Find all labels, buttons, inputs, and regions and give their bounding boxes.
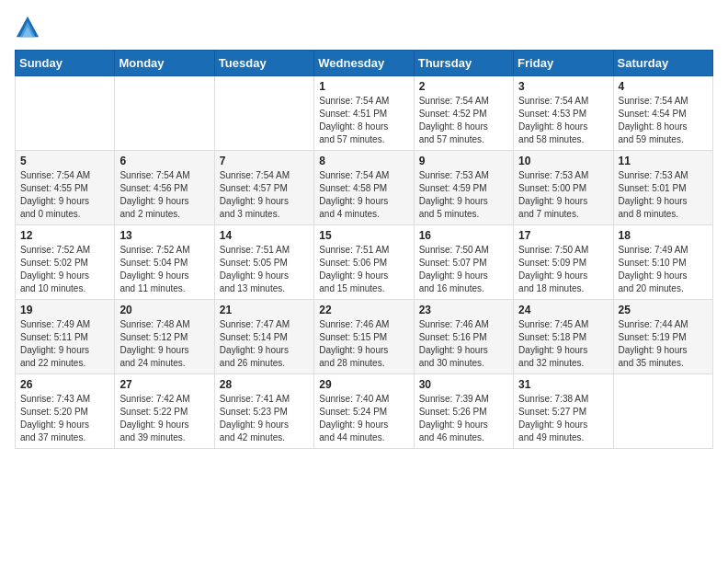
calendar-day-17: 17Sunrise: 7:50 AM Sunset: 5:09 PM Dayli… bbox=[514, 225, 613, 300]
calendar-day-16: 16Sunrise: 7:50 AM Sunset: 5:07 PM Dayli… bbox=[414, 225, 513, 300]
calendar-week-4: 19Sunrise: 7:49 AM Sunset: 5:11 PM Dayli… bbox=[16, 300, 713, 374]
day-number: 2 bbox=[419, 80, 508, 93]
day-detail: Sunrise: 7:44 AM Sunset: 5:19 PM Dayligh… bbox=[619, 318, 708, 370]
calendar-day-3: 3Sunrise: 7:54 AM Sunset: 4:53 PM Daylig… bbox=[514, 76, 613, 151]
calendar-day-20: 20Sunrise: 7:48 AM Sunset: 5:12 PM Dayli… bbox=[115, 300, 214, 374]
day-number: 7 bbox=[220, 155, 309, 167]
page-header bbox=[15, 15, 713, 40]
calendar-day-27: 27Sunrise: 7:42 AM Sunset: 5:22 PM Dayli… bbox=[115, 374, 214, 449]
calendar-header-row: SundayMondayTuesdayWednesdayThursdayFrid… bbox=[16, 51, 713, 76]
day-detail: Sunrise: 7:45 AM Sunset: 5:18 PM Dayligh… bbox=[518, 318, 608, 370]
day-number: 3 bbox=[518, 80, 608, 93]
calendar-day-4: 4Sunrise: 7:54 AM Sunset: 4:54 PM Daylig… bbox=[613, 76, 712, 151]
calendar-day-5: 5Sunrise: 7:54 AM Sunset: 4:55 PM Daylig… bbox=[16, 151, 115, 225]
day-number: 23 bbox=[419, 304, 508, 316]
calendar-day-24: 24Sunrise: 7:45 AM Sunset: 5:18 PM Dayli… bbox=[514, 300, 613, 374]
calendar-day-10: 10Sunrise: 7:53 AM Sunset: 5:00 PM Dayli… bbox=[514, 151, 613, 225]
day-number: 16 bbox=[419, 229, 508, 242]
day-header-tuesday: Tuesday bbox=[214, 51, 313, 76]
day-number: 30 bbox=[419, 378, 508, 391]
day-detail: Sunrise: 7:43 AM Sunset: 5:20 PM Dayligh… bbox=[20, 393, 109, 444]
calendar-day-19: 19Sunrise: 7:49 AM Sunset: 5:11 PM Dayli… bbox=[16, 300, 115, 374]
calendar-day-11: 11Sunrise: 7:53 AM Sunset: 5:01 PM Dayli… bbox=[613, 151, 712, 225]
calendar-day-1: 1Sunrise: 7:54 AM Sunset: 4:51 PM Daylig… bbox=[314, 76, 414, 151]
day-detail: Sunrise: 7:53 AM Sunset: 4:59 PM Dayligh… bbox=[419, 169, 508, 221]
day-number: 18 bbox=[619, 229, 708, 242]
day-header-monday: Monday bbox=[115, 51, 214, 76]
calendar-day-13: 13Sunrise: 7:52 AM Sunset: 5:04 PM Dayli… bbox=[115, 225, 214, 300]
day-detail: Sunrise: 7:41 AM Sunset: 5:23 PM Dayligh… bbox=[220, 393, 309, 444]
day-detail: Sunrise: 7:51 AM Sunset: 5:05 PM Dayligh… bbox=[220, 244, 309, 295]
day-number: 20 bbox=[119, 304, 209, 316]
day-number: 11 bbox=[619, 155, 708, 167]
day-header-thursday: Thursday bbox=[414, 51, 513, 76]
day-detail: Sunrise: 7:54 AM Sunset: 4:53 PM Dayligh… bbox=[518, 95, 608, 146]
day-detail: Sunrise: 7:50 AM Sunset: 5:09 PM Dayligh… bbox=[518, 244, 608, 295]
day-number: 28 bbox=[220, 378, 309, 391]
day-detail: Sunrise: 7:49 AM Sunset: 5:11 PM Dayligh… bbox=[20, 318, 109, 370]
day-number: 29 bbox=[319, 378, 408, 391]
day-number: 31 bbox=[518, 378, 608, 391]
day-number: 19 bbox=[20, 304, 109, 316]
calendar-week-1: 1Sunrise: 7:54 AM Sunset: 4:51 PM Daylig… bbox=[16, 76, 713, 151]
day-number: 8 bbox=[319, 155, 408, 167]
calendar-day-28: 28Sunrise: 7:41 AM Sunset: 5:23 PM Dayli… bbox=[214, 374, 313, 449]
day-detail: Sunrise: 7:48 AM Sunset: 5:12 PM Dayligh… bbox=[119, 318, 209, 370]
day-detail: Sunrise: 7:50 AM Sunset: 5:07 PM Dayligh… bbox=[419, 244, 508, 295]
calendar-day-25: 25Sunrise: 7:44 AM Sunset: 5:19 PM Dayli… bbox=[613, 300, 712, 374]
calendar-day-22: 22Sunrise: 7:46 AM Sunset: 5:15 PM Dayli… bbox=[314, 300, 414, 374]
day-header-friday: Friday bbox=[514, 51, 613, 76]
calendar-empty-cell bbox=[115, 76, 214, 151]
calendar-day-21: 21Sunrise: 7:47 AM Sunset: 5:14 PM Dayli… bbox=[214, 300, 313, 374]
day-detail: Sunrise: 7:39 AM Sunset: 5:26 PM Dayligh… bbox=[419, 393, 508, 444]
calendar-week-3: 12Sunrise: 7:52 AM Sunset: 5:02 PM Dayli… bbox=[16, 225, 713, 300]
day-detail: Sunrise: 7:54 AM Sunset: 4:52 PM Dayligh… bbox=[419, 95, 508, 146]
day-detail: Sunrise: 7:53 AM Sunset: 5:00 PM Dayligh… bbox=[518, 169, 608, 221]
day-detail: Sunrise: 7:54 AM Sunset: 4:55 PM Dayligh… bbox=[20, 169, 109, 221]
day-detail: Sunrise: 7:46 AM Sunset: 5:16 PM Dayligh… bbox=[419, 318, 508, 370]
day-detail: Sunrise: 7:40 AM Sunset: 5:24 PM Dayligh… bbox=[319, 393, 408, 444]
calendar-day-23: 23Sunrise: 7:46 AM Sunset: 5:16 PM Dayli… bbox=[414, 300, 513, 374]
day-detail: Sunrise: 7:54 AM Sunset: 4:51 PM Dayligh… bbox=[319, 95, 408, 146]
day-number: 14 bbox=[220, 229, 309, 242]
day-number: 1 bbox=[319, 80, 408, 93]
calendar-day-7: 7Sunrise: 7:54 AM Sunset: 4:57 PM Daylig… bbox=[214, 151, 313, 225]
day-number: 12 bbox=[20, 229, 109, 242]
day-detail: Sunrise: 7:47 AM Sunset: 5:14 PM Dayligh… bbox=[220, 318, 309, 370]
day-detail: Sunrise: 7:52 AM Sunset: 5:04 PM Dayligh… bbox=[119, 244, 209, 295]
day-number: 9 bbox=[419, 155, 508, 167]
day-detail: Sunrise: 7:49 AM Sunset: 5:10 PM Dayligh… bbox=[619, 244, 708, 295]
day-detail: Sunrise: 7:53 AM Sunset: 5:01 PM Dayligh… bbox=[619, 169, 708, 221]
day-number: 4 bbox=[619, 80, 708, 93]
calendar-day-6: 6Sunrise: 7:54 AM Sunset: 4:56 PM Daylig… bbox=[115, 151, 214, 225]
calendar-day-26: 26Sunrise: 7:43 AM Sunset: 5:20 PM Dayli… bbox=[16, 374, 115, 449]
calendar-empty-cell bbox=[16, 76, 115, 151]
day-number: 6 bbox=[119, 155, 209, 167]
day-number: 10 bbox=[518, 155, 608, 167]
day-detail: Sunrise: 7:51 AM Sunset: 5:06 PM Dayligh… bbox=[319, 244, 408, 295]
day-number: 17 bbox=[518, 229, 608, 242]
calendar-week-5: 26Sunrise: 7:43 AM Sunset: 5:20 PM Dayli… bbox=[16, 374, 713, 449]
calendar-empty-cell bbox=[214, 76, 313, 151]
logo bbox=[15, 15, 44, 40]
calendar-day-31: 31Sunrise: 7:38 AM Sunset: 5:27 PM Dayli… bbox=[514, 374, 613, 449]
day-number: 5 bbox=[20, 155, 109, 167]
calendar-day-29: 29Sunrise: 7:40 AM Sunset: 5:24 PM Dayli… bbox=[314, 374, 414, 449]
day-detail: Sunrise: 7:54 AM Sunset: 4:58 PM Dayligh… bbox=[319, 169, 408, 221]
calendar-day-30: 30Sunrise: 7:39 AM Sunset: 5:26 PM Dayli… bbox=[414, 374, 513, 449]
day-header-saturday: Saturday bbox=[613, 51, 712, 76]
calendar-day-14: 14Sunrise: 7:51 AM Sunset: 5:05 PM Dayli… bbox=[214, 225, 313, 300]
day-detail: Sunrise: 7:42 AM Sunset: 5:22 PM Dayligh… bbox=[119, 393, 209, 444]
calendar-empty-cell bbox=[613, 374, 712, 449]
day-number: 22 bbox=[319, 304, 408, 316]
day-number: 13 bbox=[119, 229, 209, 242]
day-header-sunday: Sunday bbox=[16, 51, 115, 76]
day-header-wednesday: Wednesday bbox=[314, 51, 414, 76]
day-detail: Sunrise: 7:52 AM Sunset: 5:02 PM Dayligh… bbox=[20, 244, 109, 295]
calendar-day-8: 8Sunrise: 7:54 AM Sunset: 4:58 PM Daylig… bbox=[314, 151, 414, 225]
day-number: 26 bbox=[20, 378, 109, 391]
day-detail: Sunrise: 7:38 AM Sunset: 5:27 PM Dayligh… bbox=[518, 393, 608, 444]
day-number: 25 bbox=[619, 304, 708, 316]
day-detail: Sunrise: 7:54 AM Sunset: 4:54 PM Dayligh… bbox=[619, 95, 708, 146]
calendar-day-18: 18Sunrise: 7:49 AM Sunset: 5:10 PM Dayli… bbox=[613, 225, 712, 300]
